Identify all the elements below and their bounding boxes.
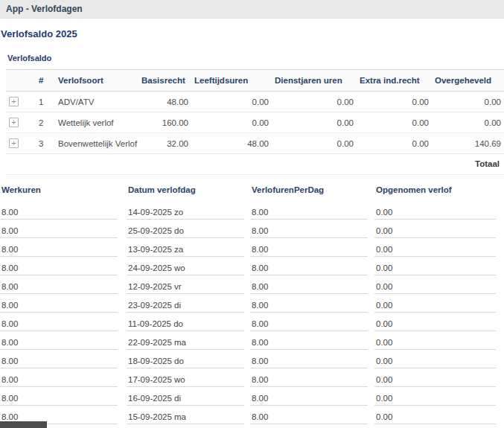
expand-row-icon[interactable]: +	[9, 97, 19, 106]
row-number: 3	[36, 133, 55, 154]
opgenomen-verlof-input[interactable]	[374, 354, 496, 368]
datum-verlofdag-input[interactable]	[127, 354, 244, 368]
opgenomen-verlof-input[interactable]	[374, 279, 496, 294]
verlofdag-row	[0, 298, 504, 316]
extra-ind-recht-cell: 0.00	[357, 92, 432, 112]
verlofdag-row	[0, 279, 504, 298]
datum-verlofdag-input[interactable]	[127, 409, 244, 424]
werkuren-input[interactable]	[0, 316, 118, 331]
werkuren-input[interactable]	[0, 205, 118, 220]
verlofdag-row	[0, 354, 504, 372]
verlofdag-row	[0, 391, 504, 409]
werkuren-input[interactable]	[0, 372, 118, 387]
section-label-verlofsaldo: Verlofsaldo	[7, 54, 504, 63]
datum-verlofdag-input[interactable]	[127, 223, 244, 238]
verlofuren-per-dag-input[interactable]	[250, 372, 368, 387]
verlofuren-per-dag-input[interactable]	[250, 316, 368, 331]
verlofdag-row	[0, 223, 504, 242]
verlofsoort-cell: ADV/ATV	[55, 92, 138, 112]
col-header-num: #	[36, 70, 55, 92]
verlofdag-row	[0, 372, 504, 391]
opgenomen-verlof-input[interactable]	[374, 391, 496, 406]
werkuren-input[interactable]	[0, 335, 118, 350]
werkuren-input[interactable]	[0, 354, 118, 368]
col-header-basisrecht: Basisrecht	[138, 70, 191, 92]
datum-verlofdag-input[interactable]	[127, 242, 244, 257]
verlofdagen-header-row: Werkuren Datum verlofdag VerlofurenPerDa…	[0, 185, 504, 205]
opgenomen-verlof-input[interactable]	[374, 372, 496, 387]
opgenomen-verlof-input[interactable]	[374, 335, 496, 350]
overgeheveld-cell: 0.00	[432, 92, 504, 112]
verlofuren-per-dag-input[interactable]	[250, 391, 368, 406]
overgeheveld-cell: 0.00	[432, 112, 504, 133]
leeftijdsuren-cell: 0.00	[191, 92, 272, 112]
opgenomen-verlof-input[interactable]	[374, 316, 496, 331]
app-header-bar: App - Verlofdagen	[0, 0, 504, 19]
datum-verlofdag-input[interactable]	[127, 372, 244, 387]
totaal-row: Totaal	[6, 154, 504, 175]
datum-verlofdag-input[interactable]	[127, 261, 244, 275]
werkuren-input[interactable]	[0, 391, 118, 406]
werkuren-input[interactable]	[0, 298, 118, 313]
dienstjaren-uren-cell: 0.00	[272, 112, 357, 133]
col-header-verlofsoort: Verlofsoort	[55, 70, 138, 92]
basisrecht-cell: 160.00	[138, 112, 191, 133]
datum-verlofdag-input[interactable]	[127, 205, 244, 220]
row-number: 1	[36, 92, 55, 112]
verlofsoort-cell: Bovenwettelijk Verlof	[55, 133, 138, 154]
dienstjaren-uren-cell: 0.00	[272, 92, 357, 112]
overgeheveld-cell: 140.69	[432, 133, 504, 154]
werkuren-input[interactable]	[0, 261, 118, 275]
datum-verlofdag-input[interactable]	[127, 335, 244, 350]
verlofsaldo-table: # Verlofsoort Basisrecht Leeftijdsuren D…	[6, 69, 504, 175]
col-header-dienstjaren-uren: Dienstjaren uren	[272, 70, 357, 92]
page-title: Verlofsaldo 2025	[1, 28, 504, 39]
expand-row-icon[interactable]: +	[9, 138, 19, 148]
verlofdag-row	[0, 335, 504, 354]
datum-verlofdag-input[interactable]	[127, 391, 244, 406]
opgenomen-verlof-input[interactable]	[374, 223, 496, 238]
app-header-title: App - Verlofdagen	[6, 4, 83, 14]
verlofuren-per-dag-input[interactable]	[250, 279, 368, 294]
col-header-overgeheveld: Overgeheveld	[432, 70, 504, 92]
saldo-header-row: # Verlofsoort Basisrecht Leeftijdsuren D…	[6, 70, 504, 92]
opgenomen-verlof-input[interactable]	[374, 409, 496, 424]
datum-verlofdag-input[interactable]	[127, 298, 244, 313]
totaal-label: Totaal	[6, 154, 504, 175]
col-header-datum-verlofdag: Datum verlofdag	[127, 185, 250, 205]
col-header-extra-ind-recht: Extra ind.recht	[357, 70, 432, 92]
col-header-opgenomen-verlof: Opgenomen verlof	[374, 185, 504, 205]
werkuren-input[interactable]	[0, 279, 118, 294]
datum-verlofdag-input[interactable]	[127, 279, 244, 294]
verlofuren-per-dag-input[interactable]	[250, 261, 368, 275]
verlofuren-per-dag-input[interactable]	[250, 354, 368, 368]
table-row: + 1 ADV/ATV 48.00 0.00 0.00 0.00 0.00	[6, 92, 504, 112]
opgenomen-verlof-input[interactable]	[374, 298, 496, 313]
table-row: + 2 Wettelijk verlof 160.00 0.00 0.00 0.…	[6, 112, 504, 133]
col-header-werkuren: Werkuren	[0, 185, 127, 205]
verlofdag-row	[0, 409, 504, 428]
verlofdag-row	[0, 261, 504, 279]
verlofuren-per-dag-input[interactable]	[250, 335, 368, 350]
verlofuren-per-dag-input[interactable]	[250, 298, 368, 313]
col-header-leeftijdsuren: Leeftijdsuren	[191, 70, 272, 92]
opgenomen-verlof-input[interactable]	[374, 261, 496, 275]
verlofuren-per-dag-input[interactable]	[250, 205, 368, 220]
extra-ind-recht-cell: 0.00	[357, 133, 432, 154]
opgenomen-verlof-input[interactable]	[374, 205, 496, 220]
verlofdag-row	[0, 242, 504, 261]
row-number: 2	[36, 112, 55, 133]
werkuren-input[interactable]	[0, 242, 118, 257]
opgenomen-verlof-input[interactable]	[374, 242, 496, 257]
werkuren-input[interactable]	[0, 223, 118, 238]
extra-ind-recht-cell: 0.00	[357, 112, 432, 133]
expand-column-header	[6, 70, 36, 92]
datum-verlofdag-input[interactable]	[127, 316, 244, 331]
verlofuren-per-dag-input[interactable]	[250, 409, 368, 424]
verlofuren-per-dag-input[interactable]	[250, 242, 368, 257]
verlofuren-per-dag-input[interactable]	[250, 223, 368, 238]
expand-row-icon[interactable]: +	[9, 118, 19, 127]
verlofdag-row	[0, 316, 504, 335]
horizontal-scrollbar-thumb[interactable]	[0, 421, 47, 428]
basisrecht-cell: 32.00	[138, 133, 191, 154]
